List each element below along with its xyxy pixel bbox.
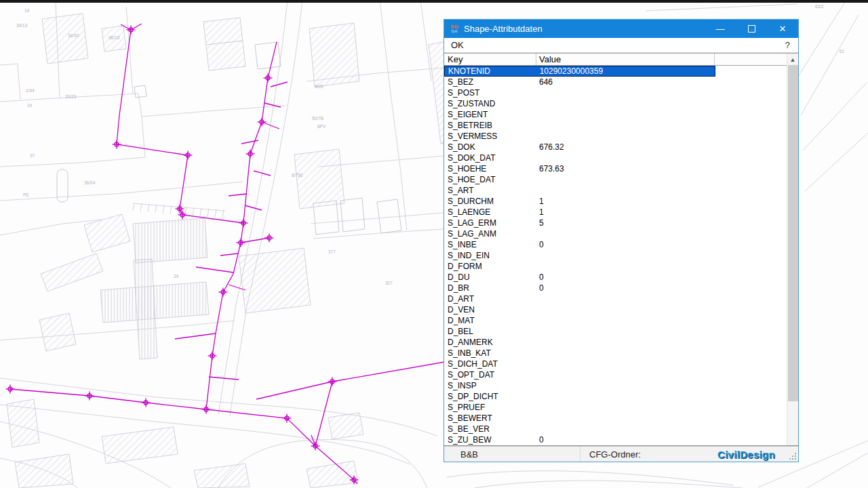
manhole-node-marker[interactable] (265, 234, 274, 243)
row-key: KNOTENID (445, 66, 537, 76)
pipe-rising-line[interactable] (256, 362, 445, 399)
value-column-header[interactable]: Value (536, 54, 715, 65)
table-row[interactable]: S_LAG_ERM5 (444, 218, 798, 228)
table-row[interactable]: S_BEZ646 (444, 77, 798, 87)
table-row[interactable]: D_BR0 (444, 283, 798, 293)
table-row[interactable]: S_BETREIB (444, 120, 798, 131)
manhole-node-marker[interactable] (328, 378, 337, 386)
key-column-header[interactable]: Key (444, 54, 536, 65)
manhole-node-marker[interactable] (142, 399, 151, 407)
row-key: S_PRUEF (444, 403, 536, 412)
table-row[interactable]: D_ANMERK (444, 337, 798, 348)
row-key: D_ART (444, 294, 536, 304)
attribute-list[interactable]: KNOTENID10290230000359S_BEZ646S_POSTS_ZU… (444, 66, 798, 445)
row-key: S_BE_VER (444, 424, 536, 434)
table-row[interactable]: S_EIGENT (444, 109, 798, 120)
grid-header: Key Value (444, 54, 798, 66)
table-row[interactable]: S_DICH_DAT (444, 359, 798, 369)
close-icon: ✕ (779, 24, 787, 34)
service-stub[interactable] (271, 82, 288, 87)
table-row[interactable]: S_INB_KAT (444, 348, 798, 359)
table-row[interactable]: D_FORM (444, 261, 798, 272)
row-value: 1 (536, 197, 715, 206)
attribute-grid: Key Value KNOTENID10290230000359S_BEZ646… (444, 53, 798, 446)
pipe-link[interactable] (315, 382, 332, 446)
table-row[interactable]: S_OPT_DAT (444, 369, 798, 380)
table-row[interactable]: KNOTENID10290230000359 (444, 66, 715, 77)
row-key: S_EIGENT (444, 110, 536, 119)
table-row[interactable]: D_DU0 (444, 272, 798, 283)
svg-text:307: 307 (385, 281, 393, 285)
table-row[interactable]: S_LAG_ANM (444, 228, 798, 239)
table-row[interactable]: D_ART (444, 293, 798, 304)
row-key: S_OPT_DAT (444, 370, 536, 380)
shape-attributdaten-dialog: BB Soft Shape-Attributdaten — ✕ OK ? Key… (443, 19, 799, 462)
service-stub[interactable] (241, 140, 258, 144)
svg-text:1/44: 1/44 (26, 88, 35, 93)
table-row[interactable]: S_INBE0 (444, 239, 798, 250)
svg-text:36/04: 36/04 (84, 180, 96, 185)
table-row[interactable]: S_HOE_DAT (444, 174, 798, 185)
table-row[interactable]: S_INSP (444, 380, 798, 391)
ok-menu-item[interactable]: OK (444, 40, 464, 50)
table-row[interactable]: S_LAENGE1 (444, 207, 798, 218)
minimize-button[interactable]: — (705, 20, 736, 38)
table-row[interactable]: S_ART (444, 185, 798, 196)
service-stub[interactable] (229, 194, 247, 196)
table-row[interactable]: S_VERMESS (444, 131, 798, 142)
service-stub[interactable] (175, 333, 216, 339)
row-key: D_MAT (444, 316, 536, 325)
manhole-node-marker[interactable] (239, 219, 248, 228)
manhole-node-marker[interactable] (246, 150, 255, 159)
manhole-node-marker[interactable] (184, 151, 193, 160)
table-row[interactable]: S_DURCHM1 (444, 196, 798, 207)
manhole-node-marker[interactable] (237, 239, 245, 247)
table-row[interactable]: S_POST (444, 87, 798, 98)
manhole-node-marker[interactable] (113, 140, 121, 149)
manhole-node-marker[interactable] (208, 352, 217, 361)
service-stub[interactable] (220, 253, 238, 256)
main-pipe-line[interactable] (206, 42, 277, 409)
table-row[interactable]: S_BEWERT (444, 413, 798, 424)
scrollbar-thumb[interactable] (788, 65, 798, 401)
table-row[interactable]: D_MAT (444, 315, 798, 326)
network-layer[interactable] (6, 24, 446, 485)
close-button[interactable]: ✕ (767, 20, 798, 38)
manhole-node-marker[interactable] (85, 392, 94, 401)
table-row[interactable]: S_DOK676.32 (444, 142, 798, 152)
manhole-node-marker[interactable] (202, 405, 211, 414)
window-top-edge (0, 0, 868, 3)
table-row[interactable]: S_DP_DICHT (444, 391, 798, 402)
row-key: S_INB_KAT (444, 348, 536, 358)
table-row[interactable]: S_IND_EIN (444, 250, 798, 261)
table-row[interactable]: S_DOK_DAT (444, 152, 798, 163)
table-row[interactable]: S_ZUSTAND (444, 98, 798, 109)
status-company: B&B (444, 447, 580, 462)
row-value: 646 (536, 77, 715, 87)
minimize-icon: — (716, 24, 725, 34)
row-key: S_DOK (444, 142, 536, 152)
service-stub[interactable] (196, 267, 233, 272)
app-icon-text-bottom: Soft (452, 30, 458, 33)
table-row[interactable]: S_ZU_BEW0 (444, 434, 798, 445)
manhole-node-marker[interactable] (258, 118, 267, 127)
row-value: 5 (536, 218, 715, 228)
table-row[interactable]: D_VEN (444, 304, 798, 315)
dialog-titlebar[interactable]: BB Soft Shape-Attributdaten — ✕ (444, 20, 798, 38)
table-row[interactable]: S_PRUEF (444, 402, 798, 413)
table-row[interactable]: D_BEL (444, 326, 798, 337)
maximize-button[interactable] (736, 20, 767, 38)
table-row[interactable]: S_BE_VER (444, 424, 798, 434)
scrollbar-up-icon[interactable]: ▲ (787, 54, 798, 65)
manhole-node-marker[interactable] (219, 288, 228, 297)
table-row[interactable]: S_HOEHE673.63 (444, 163, 798, 174)
svg-text:34/30: 34/30 (68, 33, 79, 38)
service-stub[interactable] (241, 238, 269, 243)
row-key: S_INBE (444, 240, 536, 249)
manhole-node-marker[interactable] (264, 74, 273, 83)
row-key: S_LAG_ANM (444, 229, 536, 239)
manhole-node-marker[interactable] (6, 385, 15, 394)
service-stub[interactable] (245, 205, 262, 210)
help-menu-item[interactable]: ? (785, 40, 798, 50)
vertical-scrollbar[interactable]: ▲ (787, 54, 798, 445)
